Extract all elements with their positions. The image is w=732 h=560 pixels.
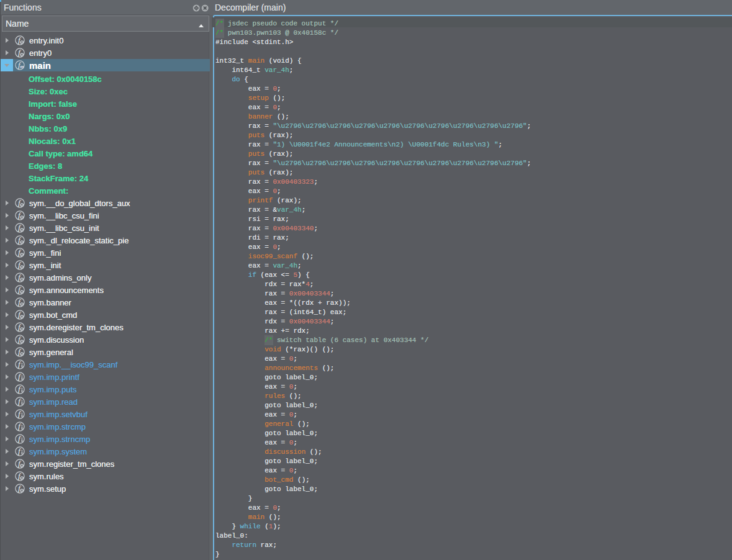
svg-text:f: f <box>18 397 22 406</box>
svg-text:f: f <box>18 422 22 431</box>
svg-text:f: f <box>18 409 22 418</box>
svg-text:f: f <box>18 384 22 394</box>
svg-text:f: f <box>18 372 22 381</box>
svg-text:f: f <box>18 434 22 443</box>
svg-text:f: f <box>18 359 22 369</box>
svg-text:m: m <box>20 65 24 69</box>
svg-text:f: f <box>18 446 22 456</box>
